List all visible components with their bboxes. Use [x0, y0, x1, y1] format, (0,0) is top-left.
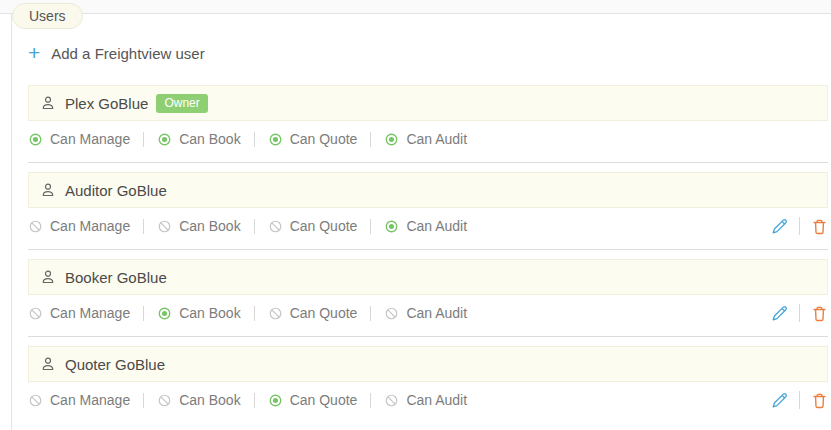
radio-on-icon [268, 132, 283, 147]
permissions-row: Can Manage Can Book Can Quote [28, 303, 828, 323]
delete-user-button[interactable] [811, 305, 828, 322]
row-actions [771, 304, 828, 322]
trash-icon [811, 305, 828, 322]
plus-icon: + [28, 43, 40, 63]
radio-on-icon [28, 132, 43, 147]
slashed-circle-icon [28, 219, 43, 234]
trash-icon [811, 392, 828, 409]
slashed-circle-icon [384, 306, 399, 321]
permission-item: Can Book [157, 131, 240, 147]
trash-icon [811, 218, 828, 235]
group-divider [28, 249, 828, 250]
slashed-circle-icon [268, 306, 283, 321]
user-group: Auditor GoBlue Can Manage Can Book [28, 162, 828, 236]
group-divider [28, 336, 828, 337]
person-icon [40, 269, 56, 285]
delete-user-button[interactable] [811, 218, 828, 235]
person-icon [40, 95, 56, 111]
permission-item: Can Quote [268, 131, 358, 147]
user-card: Booker GoBlue [28, 259, 828, 295]
group-divider [28, 162, 828, 163]
permission-label: Can Audit [406, 218, 467, 234]
permission-separator [143, 393, 144, 408]
permission-label: Can Manage [50, 392, 130, 408]
slashed-circle-icon [28, 306, 43, 321]
permission-item: Can Audit [384, 392, 467, 408]
permission-separator [143, 219, 144, 234]
user-card: Quoter GoBlue [28, 346, 828, 382]
radio-on-icon [384, 132, 399, 147]
slashed-circle-icon [157, 393, 172, 408]
permission-separator [254, 219, 255, 234]
permission-label: Can Manage [50, 131, 130, 147]
user-card: Plex GoBlue Owner [28, 85, 828, 121]
edit-user-button[interactable] [771, 305, 788, 322]
pencil-icon [771, 218, 788, 235]
permission-label: Can Book [179, 392, 240, 408]
edit-user-button[interactable] [771, 392, 788, 409]
permission-label: Can Audit [406, 392, 467, 408]
permissions-row: Can Manage Can Book Can Quote [28, 216, 828, 236]
add-user-button[interactable]: + Add a Freightview user [28, 43, 205, 63]
permission-label: Can Quote [290, 305, 358, 321]
pencil-icon [771, 392, 788, 409]
permission-item: Can Manage [28, 392, 130, 408]
owner-badge: Owner [156, 94, 207, 113]
permission-label: Can Book [179, 131, 240, 147]
actions-separator [799, 217, 800, 235]
permissions-row: Can Manage Can Book Can Quote [28, 390, 828, 410]
permission-item: Can Book [157, 305, 240, 321]
radio-on-icon [157, 132, 172, 147]
edit-user-button[interactable] [771, 218, 788, 235]
permission-item: Can Book [157, 218, 240, 234]
person-icon [40, 356, 56, 372]
add-user-label: Add a Freightview user [51, 45, 204, 62]
permission-item: Can Manage [28, 218, 130, 234]
permission-separator [370, 306, 371, 321]
user-name: Plex GoBlue [65, 95, 148, 112]
slashed-circle-icon [157, 219, 172, 234]
row-actions [771, 391, 828, 409]
permission-label: Can Audit [406, 131, 467, 147]
permission-item: Can Quote [268, 305, 358, 321]
permission-item: Can Quote [268, 218, 358, 234]
permission-separator [143, 132, 144, 147]
permission-separator [254, 306, 255, 321]
permission-separator [370, 219, 371, 234]
permission-label: Can Audit [406, 305, 467, 321]
person-icon [40, 182, 56, 198]
panel-left-border [11, 13, 12, 430]
permission-item: Can Manage [28, 131, 130, 147]
slashed-circle-icon [28, 393, 43, 408]
tab-users-label: Users [29, 8, 66, 24]
permission-item: Can Audit [384, 305, 467, 321]
pencil-icon [771, 305, 788, 322]
radio-on-icon [157, 306, 172, 321]
permission-label: Can Manage [50, 305, 130, 321]
permission-separator [370, 393, 371, 408]
slashed-circle-icon [384, 393, 399, 408]
permission-label: Can Book [179, 305, 240, 321]
user-name: Booker GoBlue [65, 269, 167, 286]
radio-on-icon [384, 219, 399, 234]
permission-separator [254, 132, 255, 147]
radio-on-icon [268, 393, 283, 408]
users-panel: + Add a Freightview user Plex GoBlue Own… [28, 13, 828, 410]
permission-item: Can Quote [268, 392, 358, 408]
user-group: Booker GoBlue Can Manage Can Book [28, 249, 828, 323]
permission-item: Can Book [157, 392, 240, 408]
permission-label: Can Manage [50, 218, 130, 234]
permission-item: Can Audit [384, 218, 467, 234]
panel-top-border [0, 0, 831, 14]
permission-label: Can Quote [290, 218, 358, 234]
row-actions [771, 217, 828, 235]
user-name: Quoter GoBlue [65, 356, 165, 373]
permission-separator [370, 132, 371, 147]
permission-separator [143, 306, 144, 321]
tab-users[interactable]: Users [12, 3, 83, 29]
actions-separator [799, 391, 800, 409]
delete-user-button[interactable] [811, 392, 828, 409]
user-list: Plex GoBlue Owner Can Manage Can Book [28, 85, 828, 410]
permission-item: Can Manage [28, 305, 130, 321]
permission-label: Can Quote [290, 392, 358, 408]
